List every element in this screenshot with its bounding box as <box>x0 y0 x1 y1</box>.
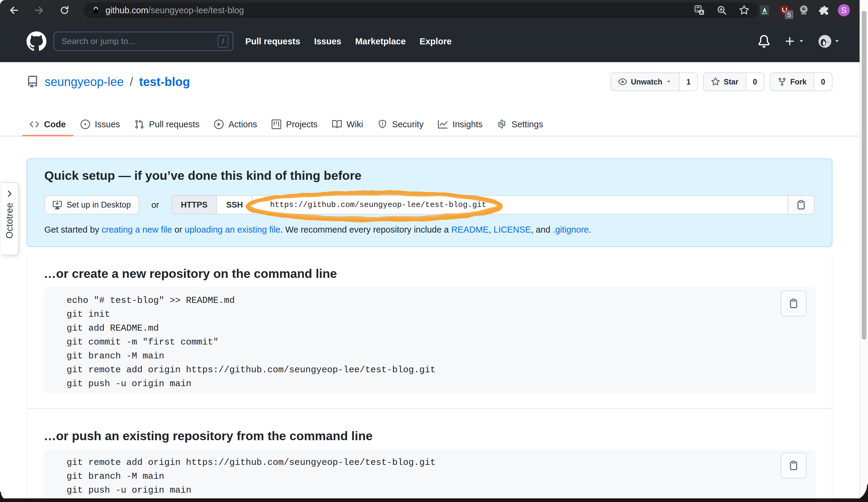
octotree-toggle[interactable]: Octotree <box>1 182 19 255</box>
window-corner-right <box>850 484 868 502</box>
code-line: git branch -M main <box>66 349 788 363</box>
header-search[interactable]: / <box>54 32 233 51</box>
quick-setup-title: Quick setup — if you’ve done this kind o… <box>44 169 361 183</box>
caret-down-icon <box>798 38 805 45</box>
reload-icon[interactable] <box>59 4 71 16</box>
notifications-bell-icon[interactable] <box>758 35 770 48</box>
project-icon <box>271 119 281 129</box>
tab-insights[interactable]: Insights <box>431 112 490 137</box>
extensions-puzzle-icon[interactable] <box>818 4 831 17</box>
or-label: or <box>151 200 159 210</box>
tab-wiki[interactable]: Wiki <box>325 112 370 137</box>
breadcrumb-separator: / <box>130 75 133 89</box>
browser-toolbar: github.com/seungyeop-lee/test-blog 5 S <box>0 0 868 21</box>
code-line: git commit -m "first commit" <box>66 335 788 349</box>
quick-setup-helper: Get started by creating a new file or up… <box>44 225 591 235</box>
repo-url-input[interactable] <box>252 200 787 210</box>
address-bar[interactable]: github.com/seungyeop-lee/test-blog <box>84 2 758 18</box>
caret-down-icon <box>834 38 840 45</box>
https-toggle[interactable]: HTTPS <box>171 195 217 214</box>
tab-projects[interactable]: Projects <box>264 112 325 137</box>
extensions-row: 5 S <box>758 4 868 17</box>
window-edge-line <box>832 257 833 498</box>
create-new-file-link[interactable]: creating a new file <box>102 225 172 234</box>
create-new-button[interactable] <box>784 36 805 47</box>
back-icon[interactable] <box>8 4 20 16</box>
ublock-extension-icon[interactable]: 5 <box>778 4 791 17</box>
section-divider <box>27 409 833 409</box>
tab-code[interactable]: Code <box>22 112 73 137</box>
tab-settings[interactable]: Settings <box>490 112 550 137</box>
octotree-label: Octotree <box>4 203 15 239</box>
issue-icon <box>81 119 90 129</box>
caret-down-icon <box>666 79 672 85</box>
header-nav: Pull requests Issues Marketplace Explore <box>245 37 452 47</box>
repo-header: seungyeop-lee / test-blog Unwatch 1 Star… <box>27 72 833 91</box>
zoom-icon[interactable] <box>717 5 727 16</box>
repo-name-link[interactable]: test-blog <box>139 75 190 89</box>
quick-setup-panel: Quick setup — if you’ve done this kind o… <box>27 158 833 247</box>
watch-count[interactable]: 1 <box>679 72 698 91</box>
scrollbar-thumb[interactable] <box>862 11 867 340</box>
window-edge-line <box>27 257 28 498</box>
repo-owner-link[interactable]: seungyeop-lee <box>45 75 124 89</box>
tab-issues[interactable]: Issues <box>73 112 127 137</box>
code-line: git push -u origin main <box>66 377 788 391</box>
gitignore-link[interactable]: .gitignore <box>553 225 589 234</box>
fork-count[interactable]: 0 <box>814 72 833 91</box>
desktop-download-icon <box>53 200 62 209</box>
code-line: git remote add origin https://github.com… <box>66 363 788 377</box>
clipboard-icon <box>788 460 799 471</box>
search-input[interactable] <box>55 37 218 46</box>
graph-icon <box>438 119 447 129</box>
nav-pull-requests[interactable]: Pull requests <box>245 37 300 47</box>
dictionary-extension-icon[interactable] <box>758 4 771 17</box>
github-header: / Pull requests Issues Marketplace Explo… <box>0 21 868 62</box>
copy-create-commands-button[interactable] <box>781 291 807 317</box>
readme-link[interactable]: README <box>451 225 488 234</box>
copy-push-commands-button[interactable] <box>781 452 807 479</box>
star-icon <box>711 77 720 86</box>
forward-icon[interactable] <box>33 4 45 16</box>
ssh-toggle[interactable]: SSH <box>216 195 252 214</box>
play-icon <box>214 119 224 129</box>
nav-marketplace[interactable]: Marketplace <box>355 37 406 47</box>
star-button[interactable]: Star <box>703 72 746 91</box>
fork-button[interactable]: Fork <box>770 72 814 91</box>
set-up-in-desktop-button[interactable]: Set up in Desktop <box>44 195 139 214</box>
scrollbar-track[interactable] <box>860 0 868 502</box>
unwatch-button[interactable]: Unwatch <box>610 72 680 91</box>
create-repo-code-block: echo "# test-blog" >> README.md git init… <box>44 287 816 394</box>
upload-existing-file-link[interactable]: uploading an existing file <box>185 225 281 234</box>
book-icon <box>332 119 342 129</box>
browser-profile-avatar[interactable]: S <box>838 4 850 16</box>
nav-issues[interactable]: Issues <box>314 37 341 47</box>
tab-security[interactable]: Security <box>370 112 431 137</box>
screen: github.com/seungyeop-lee/test-blog 5 S / <box>0 0 868 502</box>
camera-extension-icon[interactable] <box>798 4 811 17</box>
desktop-strip <box>0 499 868 502</box>
repo-icon <box>27 76 39 88</box>
ublock-badge: 5 <box>785 10 793 19</box>
push-repo-code-block: git remote add origin https://github.com… <box>44 450 816 502</box>
window-corner-left <box>0 492 10 502</box>
star-count[interactable]: 0 <box>746 72 764 91</box>
avatar[interactable] <box>818 35 831 48</box>
repo-url-field[interactable] <box>252 195 788 214</box>
code-line: echo "# test-blog" >> README.md <box>66 293 788 308</box>
copy-url-button[interactable] <box>787 195 815 214</box>
clipboard-icon <box>788 298 799 309</box>
code-line: git remote add origin https://github.com… <box>66 455 788 470</box>
tab-pull-requests[interactable]: Pull requests <box>127 112 207 137</box>
tab-actions[interactable]: Actions <box>207 112 264 137</box>
nav-explore[interactable]: Explore <box>420 37 452 47</box>
user-menu[interactable] <box>818 35 840 48</box>
slash-key-hint: / <box>218 35 228 48</box>
bookmark-star-icon[interactable] <box>739 5 749 16</box>
code-line: git branch -M main <box>66 470 788 483</box>
github-logo-icon[interactable] <box>27 31 46 51</box>
license-link[interactable]: LICENSE <box>494 225 531 234</box>
code-line: git add README.md <box>66 321 788 335</box>
translate-icon[interactable] <box>694 5 705 16</box>
chevron-right-icon <box>6 190 14 198</box>
